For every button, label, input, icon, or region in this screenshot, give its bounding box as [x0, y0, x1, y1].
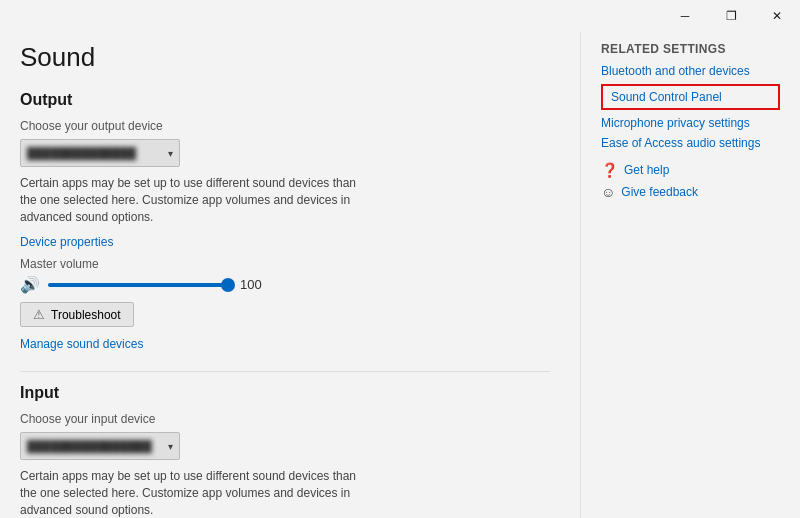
output-device-label: Choose your output device	[20, 119, 550, 133]
output-divider	[20, 371, 550, 372]
ease-access-link[interactable]: Ease of Access audio settings	[601, 136, 780, 150]
input-device-value: ████████████████	[27, 440, 152, 452]
output-manage-devices-link[interactable]: Manage sound devices	[20, 337, 143, 351]
volume-label: Master volume	[20, 257, 550, 271]
restore-button[interactable]: ❐	[708, 0, 754, 32]
question-icon: ❓	[601, 162, 618, 178]
output-desc-text: Certain apps may be set up to use differ…	[20, 175, 360, 225]
title-bar: ─ ❐ ✕	[0, 0, 800, 32]
give-feedback-link: Give feedback	[621, 185, 698, 199]
close-button[interactable]: ✕	[754, 0, 800, 32]
bluetooth-link[interactable]: Bluetooth and other devices	[601, 64, 780, 78]
main-panel: Sound Output Choose your output device █…	[0, 32, 580, 518]
sound-control-panel-link[interactable]: Sound Control Panel	[601, 84, 780, 110]
input-device-dropdown[interactable]: ████████████████ ▾	[20, 432, 180, 460]
volume-slider-fill	[48, 283, 228, 287]
input-desc-text: Certain apps may be set up to use differ…	[20, 468, 360, 518]
feedback-icon: ☺	[601, 184, 615, 200]
minimize-button[interactable]: ─	[662, 0, 708, 32]
output-device-value: ██████████████	[27, 147, 136, 159]
speaker-icon: 🔊	[20, 275, 40, 294]
volume-value: 100	[240, 277, 262, 292]
volume-slider-thumb[interactable]	[221, 278, 235, 292]
output-troubleshoot-label: Troubleshoot	[51, 308, 121, 322]
volume-slider[interactable]	[48, 283, 228, 287]
mic-privacy-link[interactable]: Microphone privacy settings	[601, 116, 780, 130]
output-device-dropdown[interactable]: ██████████████ ▾	[20, 139, 180, 167]
dropdown-arrow-icon: ▾	[168, 148, 173, 159]
right-panel: Related Settings Bluetooth and other dev…	[580, 32, 800, 518]
output-section-title: Output	[20, 91, 550, 109]
output-device-row: ██████████████ ▾	[20, 139, 550, 167]
input-device-label: Choose your input device	[20, 412, 550, 426]
volume-row: 🔊 100	[20, 275, 550, 294]
input-section-title: Input	[20, 384, 550, 402]
input-device-row: ████████████████ ▾	[20, 432, 550, 460]
related-settings-title: Related Settings	[601, 42, 780, 56]
get-help-row[interactable]: ❓ Get help	[601, 162, 780, 178]
output-troubleshoot-button[interactable]: ⚠ Troubleshoot	[20, 302, 134, 327]
warning-icon: ⚠	[33, 307, 45, 322]
input-dropdown-arrow-icon: ▾	[168, 441, 173, 452]
output-device-properties-link[interactable]: Device properties	[20, 235, 113, 249]
content-area: Sound Output Choose your output device █…	[0, 32, 800, 518]
give-feedback-row[interactable]: ☺ Give feedback	[601, 184, 780, 200]
page-title: Sound	[20, 42, 550, 73]
get-help-link: Get help	[624, 163, 669, 177]
